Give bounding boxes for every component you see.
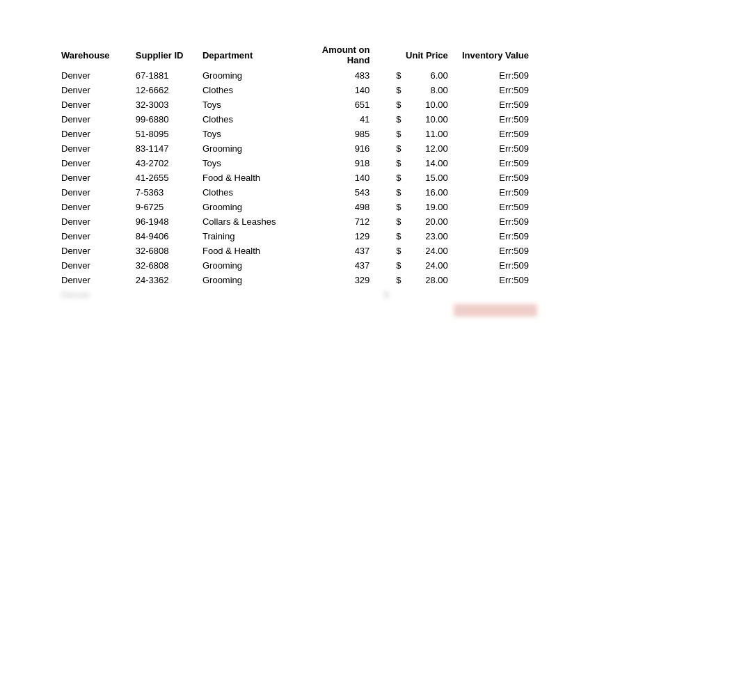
blurred-rows: Denver $ — [56, 287, 543, 321]
cell-warehouse: Denver — [56, 127, 130, 141]
cell-supplier-id: 32-6808 — [130, 258, 197, 273]
cell-warehouse: Denver — [56, 185, 130, 200]
cell-amount: 140 — [294, 83, 376, 97]
cell-warehouse: Denver — [56, 273, 130, 287]
cell-supplier-id: 7-5363 — [130, 185, 197, 200]
cell-amount: 985 — [294, 127, 376, 141]
cell-amount: 483 — [294, 68, 376, 83]
cell-supplier-id: 67-1881 — [130, 68, 197, 83]
table-row: Denver 41-2655 Food & Health 140 $ 15.00… — [56, 170, 543, 185]
header-unit-price: Unit Price — [375, 42, 453, 68]
cell-dollar: $ — [375, 258, 408, 273]
red-bar — [454, 304, 537, 317]
cell-inventory: Err:509 — [454, 214, 543, 229]
main-container: Warehouse Supplier ID Department Amount … — [0, 0, 739, 349]
cell-price: 8.00 — [409, 83, 454, 97]
cell-price: 24.00 — [409, 244, 454, 258]
cell-inventory: Err:509 — [454, 200, 543, 214]
table-row: Denver 9-6725 Grooming 498 $ 19.00 Err:5… — [56, 200, 543, 214]
cell-amount: 437 — [294, 258, 376, 273]
cell-inventory: Err:509 — [454, 112, 543, 127]
cell-warehouse: Denver — [56, 244, 130, 258]
cell-dollar: $ — [375, 244, 408, 258]
cell-supplier-id: 43-2702 — [130, 156, 197, 170]
cell-dollar: $ — [375, 156, 408, 170]
table-row: Denver 32-3003 Toys 651 $ 10.00 Err:509 — [56, 97, 543, 112]
cell-inventory: Err:509 — [454, 258, 543, 273]
cell-dollar: $ — [375, 170, 408, 185]
cell-dollar: $ — [375, 273, 408, 287]
cell-department: Toys — [197, 127, 294, 141]
cell-department: Clothes — [197, 112, 294, 127]
cell-dollar: $ — [375, 112, 408, 127]
cell-supplier-id: 32-3003 — [130, 97, 197, 112]
cell-price: 15.00 — [409, 170, 454, 185]
header-supplier-id: Supplier ID — [130, 42, 197, 68]
cell-dollar: $ — [375, 200, 408, 214]
cell-warehouse: Denver — [56, 170, 130, 185]
cell-supplier-id: 12-6662 — [130, 83, 197, 97]
blurred-table: Denver $ — [56, 287, 543, 321]
cell-warehouse: Denver — [56, 229, 130, 244]
cell-warehouse: Denver — [56, 68, 130, 83]
cell-department: Training — [197, 229, 294, 244]
cell-amount: 437 — [294, 244, 376, 258]
blurred-row: Denver $ — [56, 287, 543, 302]
cell-amount: 140 — [294, 170, 376, 185]
cell-department: Grooming — [197, 141, 294, 156]
cell-inventory: Err:509 — [454, 185, 543, 200]
cell-supplier-id: 96-1948 — [130, 214, 197, 229]
table-row: Denver 24-3362 Grooming 329 $ 28.00 Err:… — [56, 273, 543, 287]
table-row: Denver 96-1948 Collars & Leashes 712 $ 2… — [56, 214, 543, 229]
cell-price: 16.00 — [409, 185, 454, 200]
cell-supplier-id: 84-9406 — [130, 229, 197, 244]
table-header-row: Warehouse Supplier ID Department Amount … — [56, 42, 543, 68]
cell-amount: 918 — [294, 156, 376, 170]
blurred-row — [56, 302, 543, 321]
cell-supplier-id: 51-8095 — [130, 127, 197, 141]
table-row: Denver 32-6808 Grooming 437 $ 24.00 Err:… — [56, 258, 543, 273]
cell-supplier-id: 9-6725 — [130, 200, 197, 214]
cell-warehouse: Denver — [56, 112, 130, 127]
cell-amount: 329 — [294, 273, 376, 287]
cell-dollar: $ — [375, 185, 408, 200]
cell-inventory: Err:509 — [454, 68, 543, 83]
cell-price: 19.00 — [409, 200, 454, 214]
cell-department: Food & Health — [197, 244, 294, 258]
cell-amount: 129 — [294, 229, 376, 244]
cell-inventory: Err:509 — [454, 170, 543, 185]
header-department: Department — [197, 42, 294, 68]
table-body: Denver 67-1881 Grooming 483 $ 6.00 Err:5… — [56, 68, 543, 287]
cell-department: Toys — [197, 97, 294, 112]
table-row: Denver 43-2702 Toys 918 $ 14.00 Err:509 — [56, 156, 543, 170]
cell-dollar: $ — [375, 83, 408, 97]
cell-inventory: Err:509 — [454, 127, 543, 141]
cell-dollar: $ — [375, 229, 408, 244]
table-row: Denver 51-8095 Toys 985 $ 11.00 Err:509 — [56, 127, 543, 141]
cell-amount: 916 — [294, 141, 376, 156]
cell-warehouse: Denver — [56, 200, 130, 214]
cell-amount: 543 — [294, 185, 376, 200]
cell-amount: 651 — [294, 97, 376, 112]
cell-inventory: Err:509 — [454, 97, 543, 112]
cell-warehouse: Denver — [56, 214, 130, 229]
inventory-table: Warehouse Supplier ID Department Amount … — [56, 42, 543, 287]
table-row: Denver 67-1881 Grooming 483 $ 6.00 Err:5… — [56, 68, 543, 83]
cell-warehouse: Denver — [56, 156, 130, 170]
cell-price: 10.00 — [409, 112, 454, 127]
cell-warehouse: Denver — [56, 83, 130, 97]
cell-supplier-id: 32-6808 — [130, 244, 197, 258]
blurred-section: Denver $ — [56, 287, 543, 321]
cell-inventory: Err:509 — [454, 156, 543, 170]
cell-price: 12.00 — [409, 141, 454, 156]
cell-warehouse: Denver — [56, 258, 130, 273]
header-inventory: Inventory Value — [454, 42, 543, 68]
cell-dollar: $ — [375, 68, 408, 83]
cell-dollar: $ — [375, 141, 408, 156]
cell-price: 14.00 — [409, 156, 454, 170]
cell-price: 23.00 — [409, 229, 454, 244]
cell-supplier-id: 99-6880 — [130, 112, 197, 127]
cell-inventory: Err:509 — [454, 229, 543, 244]
cell-department: Food & Health — [197, 170, 294, 185]
cell-supplier-id: 41-2655 — [130, 170, 197, 185]
